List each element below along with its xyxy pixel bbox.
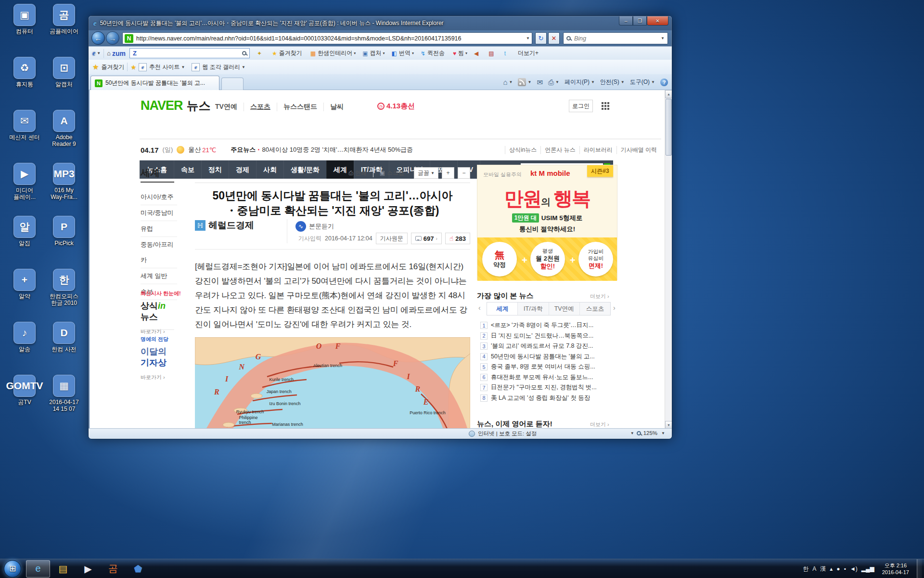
taskbar-app-button[interactable]: ▤: [51, 560, 75, 578]
font-smaller-button[interactable]: −: [458, 167, 470, 179]
listen-english-more-link[interactable]: 더보기 ›: [590, 421, 609, 428]
desktop-icon[interactable]: ♻ 휴지통: [6, 57, 43, 110]
naver-logo[interactable]: NAVER 뉴스: [141, 98, 211, 114]
desktop-icon[interactable]: D 한컴 사전: [45, 322, 83, 375]
desktop-icon[interactable]: 한 한컴오피스 한글 2010: [45, 269, 83, 322]
login-button[interactable]: 로그인: [569, 100, 593, 112]
close-button[interactable]: ✕: [647, 16, 668, 26]
safety-menu[interactable]: 안전(S)▼: [600, 78, 625, 86]
section-menu-item[interactable]: 아시아/호주: [141, 189, 177, 205]
home-button[interactable]: ⌂▼: [503, 78, 513, 86]
favorites-button[interactable]: 즐겨찾기: [101, 63, 124, 71]
zum-toolbar-button[interactable]: ★ 즐겨찾기: [272, 49, 304, 57]
header-link[interactable]: 뉴스스탠드: [277, 103, 323, 111]
title-bar[interactable]: e 50년만에 동시다발 꿈틀대는 '불의 고리'…아시아・중남미로 확산되는 …: [89, 16, 672, 30]
font-menu-button[interactable]: 글꼴▼: [414, 167, 438, 179]
suggested-sites-button[interactable]: 추천 사이트: [149, 63, 180, 71]
desktop-icon[interactable]: GOMTV 곰TV: [6, 375, 43, 428]
sidebar-promo-reporter-award[interactable]: 명예의 전당 이달의 기자상 바로가기 ›: [141, 336, 168, 381]
most-viewed-tab[interactable]: IT/과학: [517, 302, 548, 315]
address-dropdown-icon[interactable]: ▼: [526, 36, 530, 40]
desktop-icon[interactable]: ▣ 컴퓨터: [6, 4, 43, 57]
start-button[interactable]: ⊞: [4, 560, 21, 578]
tools-menu[interactable]: 도구(O)▼: [630, 78, 655, 86]
desktop-icon[interactable]: + 알약: [6, 269, 43, 322]
minimize-button[interactable]: –: [619, 16, 633, 26]
promo-link[interactable]: 바로가기 ›: [141, 374, 168, 381]
desktop-icon[interactable]: P PicPick: [45, 216, 83, 269]
utility-link[interactable]: 상식in뉴스: [505, 146, 540, 154]
search-dropdown-icon[interactable]: ▼: [661, 36, 665, 40]
desktop-icon[interactable]: 알 알집: [6, 216, 43, 269]
taskbar-app-button[interactable]: ⬟: [126, 560, 150, 578]
taskbar-app-button[interactable]: 곰: [101, 560, 125, 578]
zum-toolbar-button[interactable]: ◀: [474, 50, 482, 57]
print-button[interactable]: ⎙▼: [548, 78, 559, 87]
most-viewed-item[interactable]: 1 <르포> '가족 8명이 죽 두그릇'…日지...: [480, 320, 614, 331]
tray-icon[interactable]: ▴: [830, 565, 833, 572]
taskbar-clock[interactable]: 오후 2:16 2016-04-17: [878, 562, 913, 576]
header-link[interactable]: 날씨: [323, 103, 350, 111]
header-link[interactable]: TV연예: [209, 103, 244, 111]
sidebar-promo-commonsense[interactable]: 최신시사 한눈에! 상식in 뉴스 바로가기 ›: [141, 290, 181, 335]
like-button[interactable]: ☝ 283: [445, 233, 470, 244]
desktop-icon[interactable]: ♪ 알송: [6, 322, 43, 375]
read-mail-button[interactable]: ✉: [537, 78, 543, 87]
utility-link[interactable]: 라이브러리: [579, 146, 616, 154]
vertical-scrollbar[interactable]: ▲ ▼: [665, 90, 672, 429]
zum-toolbar-button[interactable]: ▣ 캡처 ▾: [362, 49, 385, 57]
maximize-button[interactable]: ❐: [633, 16, 647, 26]
tray-icon[interactable]: ▪: [844, 565, 846, 572]
section-menu-item[interactable]: 중동/아프리카: [141, 237, 177, 268]
scroll-up-button[interactable]: ▲: [665, 90, 672, 98]
taskbar-app-button[interactable]: e: [26, 560, 50, 578]
weather-city[interactable]: 울산: [188, 145, 201, 154]
tray-icon[interactable]: A: [812, 565, 816, 572]
desktop-icon[interactable]: A Adobe Reader 9: [45, 110, 83, 163]
zum-toolbar-button[interactable]: ✦: [257, 50, 265, 57]
desktop-icon[interactable]: 곰 곰플레이어: [45, 4, 83, 57]
utility-link[interactable]: 기사배열 이력: [616, 146, 661, 154]
most-viewed-item[interactable]: 6 휴대전화로 부모께 유서·노모 돌보느...: [480, 372, 614, 383]
ad-banner[interactable]: 모바일 실용주의 kt M mobile 시즌#3 만원 의 행복 1만원 대 …: [477, 165, 617, 280]
forward-button[interactable]: →: [106, 31, 119, 45]
section-menu-item[interactable]: 미국/중남미: [141, 205, 177, 221]
feeds-button[interactable]: ▼: [518, 78, 531, 86]
desktop-icon[interactable]: ⊡ 알캡처: [45, 57, 83, 110]
back-button[interactable]: ←: [91, 31, 105, 45]
most-viewed-tab[interactable]: 세계: [487, 302, 517, 315]
services-grid-icon[interactable]: [602, 102, 609, 110]
zum-logo[interactable]: zum: [112, 50, 126, 57]
page-menu[interactable]: 페이지(P)▼: [565, 78, 595, 86]
browser-tab[interactable]: N 50년만에 동시다발 꿈틀대는 '불의 고...: [90, 76, 219, 90]
help-button[interactable]: ?: [660, 79, 668, 86]
tabs-prev-arrow[interactable]: ‹: [478, 304, 481, 312]
section-menu-item[interactable]: 유럽: [141, 221, 177, 237]
desktop-icon[interactable]: ✉ 메신저 센터: [6, 110, 43, 163]
desktop-icon[interactable]: ▦ 2016-04-17 14 15 07: [45, 375, 83, 428]
scrap-button[interactable]: ▣스크랩: [380, 169, 404, 177]
zum-home-icon[interactable]: ⌂: [107, 50, 111, 57]
zoom-dropdown-icon[interactable]: ▼: [630, 431, 634, 435]
new-tab-button[interactable]: [221, 78, 244, 90]
most-viewed-more-link[interactable]: 더보기 ›: [590, 293, 609, 300]
most-viewed-item[interactable]: 4 50년만에 동시다발 꿈틀대는 '불의 고...: [480, 352, 614, 362]
font-larger-button[interactable]: +: [442, 167, 454, 179]
tray-icon[interactable]: ▂▄▆: [861, 565, 874, 572]
most-viewed-item[interactable]: 7 日전문가 "구마모토 지진, 경험법칙 벗...: [480, 382, 614, 393]
utility-link[interactable]: 언론사 뉴스: [540, 146, 579, 154]
ie-addon-icon[interactable]: e: [92, 50, 95, 57]
tray-icon[interactable]: 漢: [820, 565, 826, 573]
most-viewed-item[interactable]: 5 중국 졸부, 8명 로봇 여비서 대동 쇼핑...: [480, 362, 614, 372]
zum-toolbar-button[interactable]: 더보기+: [516, 49, 540, 57]
most-viewed-tab[interactable]: 스포츠: [579, 302, 610, 315]
print-article-button[interactable]: ⎙인쇄: [348, 169, 367, 177]
tray-icon[interactable]: 한: [803, 565, 808, 573]
zum-search-icon[interactable]: [242, 51, 246, 55]
election-link[interactable]: ◷ 4.13총선: [377, 102, 415, 111]
zum-search-box[interactable]: Z: [129, 48, 250, 58]
show-desktop-button[interactable]: [917, 559, 922, 578]
zum-toolbar-button[interactable]: ▤: [488, 50, 497, 57]
tabs-next-arrow[interactable]: ›: [613, 304, 616, 312]
taskbar-app-button[interactable]: ▶: [76, 560, 100, 578]
